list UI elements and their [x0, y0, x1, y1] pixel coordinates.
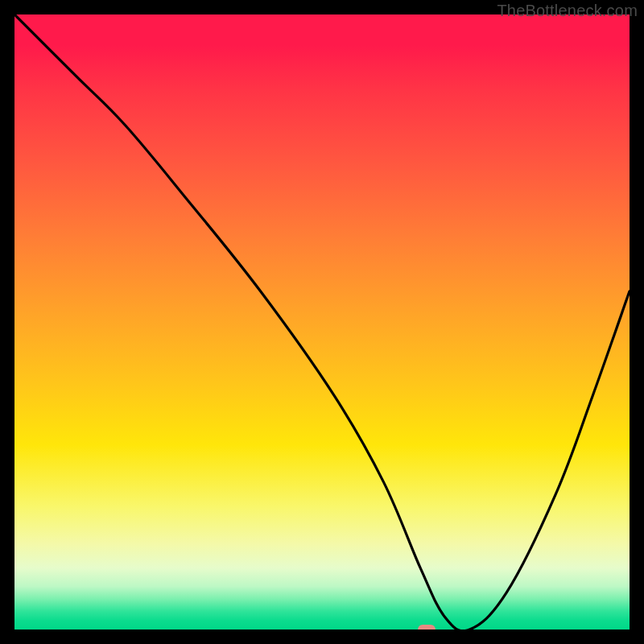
- bottleneck-curve: [14, 14, 630, 630]
- plot-area: [14, 14, 630, 630]
- chart-frame: TheBottleneck.com: [0, 0, 644, 644]
- watermark-text: TheBottleneck.com: [497, 2, 638, 20]
- optimal-marker: [418, 625, 436, 630]
